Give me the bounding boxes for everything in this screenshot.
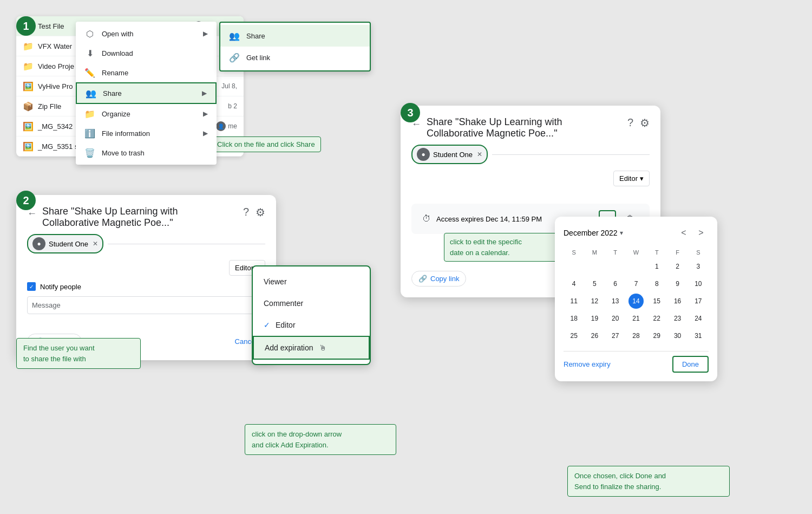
recipient-avatar: ●	[32, 237, 45, 250]
calendar-day-1[interactable]: 1	[649, 259, 664, 274]
calendar-day-4[interactable]: 4	[566, 276, 581, 291]
calendar-dow: F	[667, 247, 687, 258]
dropdown-arrow-icon-3: ▾	[640, 174, 644, 183]
editor-menu-item-commenter[interactable]: Commenter	[253, 292, 370, 314]
menu-item-label: Download	[102, 49, 133, 57]
annotation-text: Once chosen, click Done andSend to final…	[574, 472, 666, 491]
share-submenu-item-share[interactable]: 👥 Share	[220, 25, 370, 47]
editor-label-3: Editor	[619, 174, 638, 183]
calendar-day-21[interactable]: 21	[628, 311, 644, 326]
image-icon: 🖼️	[23, 81, 34, 92]
annotation-add-expiration: click on the drop-down arrowand click Ad…	[245, 424, 396, 455]
check-icon: ✓	[264, 321, 270, 329]
calendar-day-28[interactable]: 28	[628, 328, 644, 343]
menu-item-trash[interactable]: 🗑️ Move to trash	[76, 143, 217, 162]
share-input-line	[108, 244, 265, 244]
info-icon: ℹ️	[84, 128, 95, 139]
notify-row: ✓ Notify people	[27, 282, 265, 291]
submenu-arrow-icon: ▶	[203, 30, 208, 37]
calendar-day-31[interactable]: 31	[691, 328, 706, 343]
editor-menu-item-editor[interactable]: ✓ Editor	[253, 314, 370, 336]
help-icon-3[interactable]: ?	[627, 116, 633, 129]
menu-item-rename[interactable]: ✏️ Rename	[76, 63, 217, 82]
step-2-circle: 2	[16, 191, 36, 210]
share-submenu: 👥 Share 🔗 Get link	[219, 22, 371, 71]
calendar-day-25[interactable]: 25	[566, 328, 581, 343]
notify-checkbox[interactable]: ✓	[27, 282, 36, 291]
menu-item-label: Move to trash	[102, 149, 145, 157]
calendar-day-5[interactable]: 5	[587, 276, 602, 291]
menu-item-label: Open with	[102, 30, 134, 38]
help-icon[interactable]: ?	[243, 206, 249, 219]
share-dialog-3-header: ← Share "Shake Up Learning withCollabora…	[401, 106, 660, 145]
calendar-day-12[interactable]: 12	[587, 294, 602, 309]
calendar-day-10[interactable]: 10	[691, 276, 706, 291]
calendar-day-14-selected[interactable]: 14	[628, 294, 644, 309]
menu-item-organize[interactable]: 📁 Organize ▶	[76, 104, 217, 123]
calendar-day-24[interactable]: 24	[691, 311, 706, 326]
copy-link-button-3[interactable]: 🔗 Copy link	[411, 271, 466, 287]
share-submenu-item-get-link[interactable]: 🔗 Get link	[220, 47, 370, 68]
calendar-day-27[interactable]: 27	[608, 328, 623, 343]
menu-item-label: Rename	[102, 69, 128, 77]
calendar-day-7[interactable]: 7	[628, 276, 644, 291]
calendar-day-8[interactable]: 8	[649, 276, 664, 291]
calendar-day-26[interactable]: 26	[587, 328, 602, 343]
recipient-avatar-3: ●	[417, 148, 430, 161]
menu-item-share[interactable]: 👥 Share ▶	[76, 82, 217, 104]
chip-close-button[interactable]: ✕	[93, 240, 98, 248]
menu-item-file-info[interactable]: ℹ️ File information ▶	[76, 123, 217, 143]
share-submenu-label: Share	[246, 32, 265, 40]
calendar-day-22[interactable]: 22	[649, 311, 664, 326]
calendar-day-3[interactable]: 3	[691, 259, 706, 274]
share-submenu-label: Get link	[246, 54, 270, 62]
calendar-day-empty	[608, 259, 623, 274]
calendar-day-15[interactable]: 15	[649, 294, 664, 309]
zip-icon: 📦	[23, 101, 34, 112]
calendar-day-17[interactable]: 17	[691, 294, 706, 309]
share-dialog-body: ● Student One ✕ Editor ▾ ✓ Notify people…	[16, 234, 276, 334]
calendar-day-6[interactable]: 6	[608, 276, 623, 291]
calendar-day-16[interactable]: 16	[670, 294, 685, 309]
done-button[interactable]: Done	[672, 356, 709, 373]
calendar-day-20[interactable]: 20	[608, 311, 623, 326]
image-icon: 🖼️	[23, 121, 34, 132]
calendar-day-11[interactable]: 11	[566, 294, 581, 309]
step-3-circle: 3	[401, 103, 420, 122]
calendar-next-button[interactable]: >	[693, 225, 709, 240]
menu-item-open-with[interactable]: ⬡ Open with ▶	[76, 24, 217, 43]
calendar-day-30[interactable]: 30	[670, 328, 685, 343]
settings-icon[interactable]: ⚙	[256, 206, 265, 219]
calendar-day-18[interactable]: 18	[566, 311, 581, 326]
editor-menu-item-add-expiration[interactable]: Add expiration 🖱	[253, 336, 370, 360]
menu-item-download[interactable]: ⬇ Download	[76, 43, 217, 63]
calendar-day-23[interactable]: 23	[670, 311, 685, 326]
calendar-day-2[interactable]: 2	[670, 259, 685, 274]
chip-close-button-3[interactable]: ✕	[477, 151, 482, 158]
download-icon: ⬇	[84, 48, 95, 58]
annotation-click-share: Click on the file and click Share	[211, 136, 321, 152]
editor-label: Editor	[235, 264, 253, 272]
recipient-name: Student One	[49, 240, 88, 248]
editor-menu-item-viewer[interactable]: Viewer	[253, 271, 370, 292]
settings-icon-3[interactable]: ⚙	[640, 116, 650, 129]
menu-item-label: Organize	[102, 110, 130, 118]
recipient-chip-3[interactable]: ● Student One ✕	[411, 145, 488, 164]
add-expiration-label: Add expiration	[265, 343, 313, 352]
editor-dropdown-3[interactable]: Editor ▾	[613, 171, 650, 186]
file-date: Jul 8,	[221, 82, 237, 90]
recipient-chip[interactable]: ● Student One ✕	[27, 234, 103, 253]
calendar-day-13[interactable]: 13	[608, 294, 623, 309]
commenter-label: Commenter	[264, 299, 303, 308]
editor-label: Editor	[276, 321, 296, 329]
calendar-day-19[interactable]: 19	[587, 311, 602, 326]
timer-icon: ⏱	[422, 214, 431, 224]
share-input-row-3: ● Student One ✕	[411, 145, 650, 164]
calendar-prev-button[interactable]: <	[676, 225, 691, 240]
calendar-day-29[interactable]: 29	[649, 328, 664, 343]
message-input[interactable]: Message	[27, 296, 265, 314]
rename-icon: ✏️	[84, 67, 95, 78]
share-icon: 👥	[229, 30, 240, 41]
remove-expiry-button[interactable]: Remove expiry	[564, 360, 611, 368]
calendar-day-9[interactable]: 9	[670, 276, 685, 291]
